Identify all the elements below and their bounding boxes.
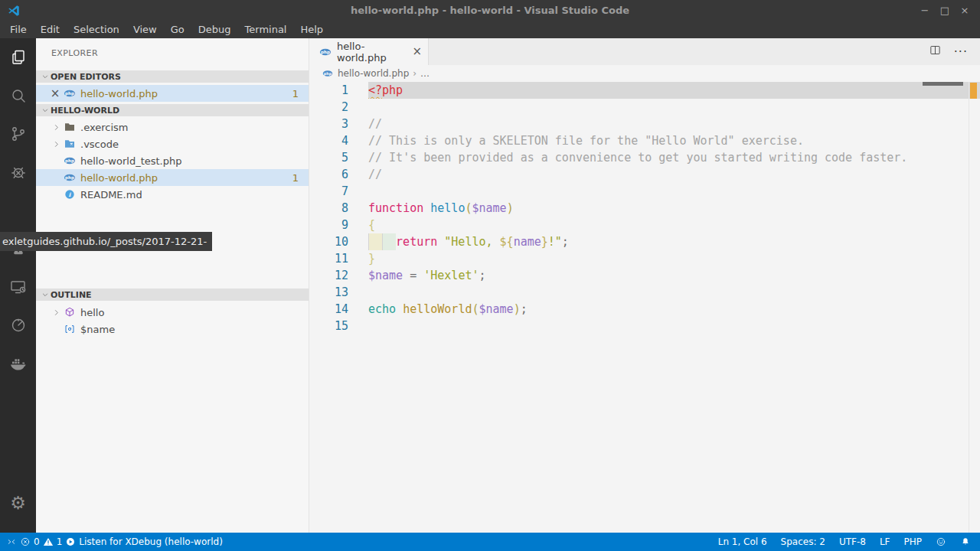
play-circle-icon[interactable]: Listen for XDebug (hello-world) — [65, 536, 223, 547]
docker-icon[interactable] — [0, 344, 36, 383]
line-number[interactable]: 15 — [309, 318, 368, 334]
status-utf-8[interactable]: UTF-8 — [839, 536, 866, 547]
file-item-hello-world-test.php[interactable]: phphello-world_test.php — [36, 152, 309, 169]
title-bar: hello-world.php - hello-world - Visual S… — [0, 0, 980, 21]
maximize-button[interactable]: □ — [936, 2, 954, 19]
code-line[interactable]: 8function hello($name) — [309, 200, 980, 217]
files-icon[interactable] — [0, 38, 36, 77]
file-item-.vscode[interactable]: .vscode — [36, 135, 309, 152]
line-number[interactable]: 11 — [309, 250, 368, 267]
code-line[interactable]: 11} — [309, 250, 980, 267]
menu-item-file[interactable]: File — [3, 22, 34, 37]
warning-icon[interactable]: 1 — [43, 536, 63, 547]
open-editor-hello-world.php[interactable]: ×phphello-world.php1 — [36, 85, 309, 102]
smiley-icon[interactable] — [936, 536, 946, 547]
menu-item-debug[interactable]: Debug — [191, 22, 238, 37]
status-lf[interactable]: LF — [880, 536, 890, 547]
file-item-readme.md[interactable]: iREADME.md — [36, 186, 309, 203]
code-token: $name — [368, 269, 403, 282]
status-php[interactable]: PHP — [904, 536, 923, 547]
line-number[interactable]: 10 — [309, 233, 368, 250]
line-number[interactable]: 13 — [309, 284, 368, 301]
settings-gear-icon[interactable]: ⚙ — [0, 484, 36, 522]
breadcrumb-more[interactable]: … — [420, 68, 430, 79]
line-content — [368, 284, 980, 301]
line-content: } — [368, 250, 980, 267]
error-icon — [20, 536, 31, 547]
chevron-right-icon[interactable] — [49, 123, 63, 132]
debug-icon[interactable] — [0, 153, 36, 191]
code-line[interactable]: 14echo helloWorld($name); — [309, 301, 980, 318]
line-number[interactable]: 14 — [309, 301, 368, 318]
bell-icon[interactable] — [960, 536, 971, 547]
scrollbar-thumb[interactable] — [923, 82, 963, 86]
line-number[interactable]: 8 — [309, 200, 368, 217]
line-content: <?php — [368, 82, 980, 99]
code-editor[interactable]: 1<?php23//4// This is only a SKELETON fi… — [309, 82, 980, 533]
code-token: ; — [521, 302, 528, 316]
code-line[interactable]: 6// — [309, 166, 980, 183]
code-line[interactable]: 4// This is only a SKELETON file for the… — [309, 132, 980, 149]
line-number[interactable]: 2 — [309, 99, 368, 116]
close-icon[interactable]: × — [49, 88, 61, 99]
menu-item-view[interactable]: View — [126, 22, 164, 37]
php-icon: php — [63, 87, 77, 99]
tab-hello-world-php[interactable]: php hello-world.php × — [309, 38, 429, 65]
menu-item-edit[interactable]: Edit — [34, 22, 67, 37]
status-ln-1-col-6[interactable]: Ln 1, Col 6 — [718, 536, 767, 547]
file-item-hello-world.php[interactable]: phphello-world.php1 — [36, 169, 309, 186]
remote-monitor-icon[interactable] — [0, 268, 36, 306]
minimize-button[interactable]: − — [916, 2, 934, 19]
split-editor-icon[interactable] — [929, 44, 942, 60]
breadcrumb-file[interactable]: hello-world.php — [338, 68, 409, 79]
line-number[interactable]: 7 — [309, 183, 368, 200]
close-button[interactable]: × — [956, 2, 974, 19]
code-line[interactable]: 7 — [309, 183, 980, 200]
status-spaces-2[interactable]: Spaces: 2 — [781, 536, 825, 547]
breadcrumb: php hello-world.php › … — [309, 65, 980, 82]
menu-item-go[interactable]: Go — [164, 22, 191, 37]
code-line[interactable]: 10return "Hello, ${name}!"; — [309, 233, 980, 250]
code-line[interactable]: 15 — [309, 318, 980, 334]
folder-section-header[interactable]: HELLO-WORLD — [36, 104, 309, 116]
timer-icon[interactable] — [0, 306, 36, 344]
line-number[interactable]: 12 — [309, 267, 368, 284]
line-number[interactable]: 3 — [309, 116, 368, 132]
line-number[interactable]: 5 — [309, 149, 368, 166]
line-content — [368, 183, 980, 200]
open-editors-label: OPEN EDITORS — [51, 72, 121, 82]
code-line[interactable]: 2 — [309, 99, 980, 116]
overview-ruler[interactable] — [969, 82, 980, 533]
status-right: Ln 1, Col 6Spaces: 2UTF-8LFPHP — [718, 536, 980, 547]
code-line[interactable]: 3// — [309, 116, 980, 132]
explorer-sidebar: EXPLORER OPEN EDITORS ×phphello-world.ph… — [36, 38, 309, 533]
open-editors-header[interactable]: OPEN EDITORS — [36, 70, 309, 83]
error-icon[interactable]: 0 — [20, 536, 40, 547]
outline-list: hello$name — [36, 304, 309, 337]
menu-item-selection[interactable]: Selection — [67, 22, 126, 37]
outline-header[interactable]: OUTLINE — [36, 289, 309, 301]
source-control-icon[interactable] — [0, 115, 36, 153]
code-line[interactable]: 1<?php — [309, 82, 980, 99]
php-file-icon: php — [318, 46, 332, 58]
php-icon: php — [63, 155, 77, 167]
code-line[interactable]: 13 — [309, 284, 980, 301]
code-line[interactable]: 12$name = 'Hexlet'; — [309, 267, 980, 284]
code-line[interactable]: 5// It's been provided as a convenience … — [309, 149, 980, 166]
remote-icon[interactable] — [6, 536, 17, 547]
chevron-right-icon[interactable] — [49, 308, 63, 317]
more-actions-icon[interactable]: ··· — [954, 44, 968, 59]
outline-item-hello[interactable]: hello — [36, 304, 309, 321]
menu-item-help[interactable]: Help — [293, 22, 330, 37]
line-number[interactable]: 6 — [309, 166, 368, 183]
line-number[interactable]: 4 — [309, 132, 368, 149]
tab-close-icon[interactable]: × — [412, 46, 422, 57]
line-number[interactable]: 1 — [309, 82, 368, 99]
search-icon[interactable] — [0, 77, 36, 115]
code-line[interactable]: 9{ — [309, 217, 980, 233]
menu-item-terminal[interactable]: Terminal — [238, 22, 294, 37]
line-number[interactable]: 9 — [309, 217, 368, 233]
file-item-.exercism[interactable]: .exercism — [36, 119, 309, 135]
outline-item--name[interactable]: $name — [36, 321, 309, 337]
chevron-right-icon[interactable] — [49, 140, 63, 148]
